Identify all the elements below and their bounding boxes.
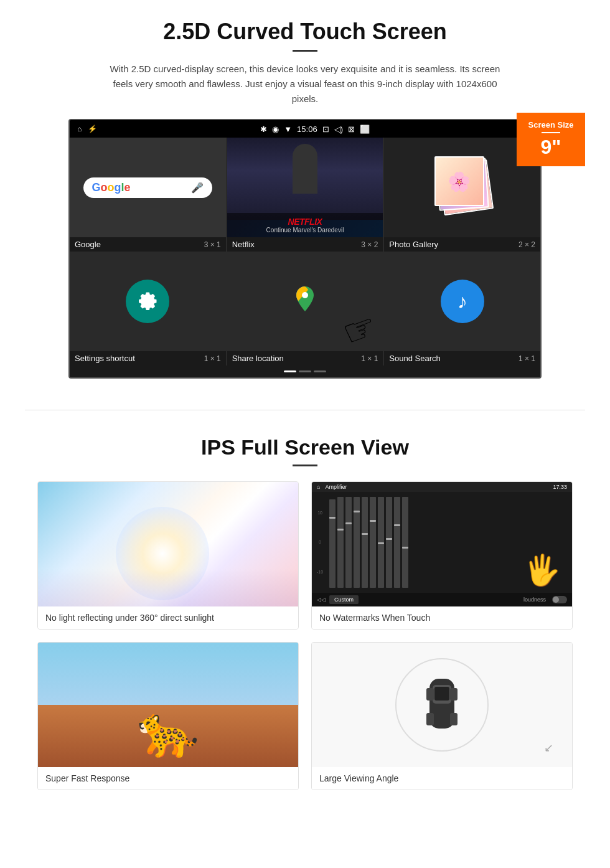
section1-title: 2.5D Curved Touch Screen — [37, 19, 573, 45]
car-view — [417, 672, 467, 737]
badge-title: Screen Size — [523, 120, 579, 130]
google-maps-svg — [289, 283, 321, 314]
gear-icon — [135, 289, 160, 314]
eq-handle-5 — [362, 533, 368, 535]
close-icon: ⊠ — [348, 125, 355, 134]
loudness-toggle[interactable] — [552, 596, 567, 603]
google-search-bar[interactable]: Google 🎤 — [83, 177, 213, 198]
share-location-label-row: Share location 1 × 1 — [227, 351, 383, 366]
gallery-app-name: Photo Gallery — [389, 240, 438, 249]
settings-label-row: Settings shortcut 1 × 1 — [70, 351, 226, 366]
dot-1 — [284, 370, 296, 372]
amp-back-btn: ◁◁ — [317, 597, 326, 603]
feature-caption-amplifier: No Watermarks When Touch — [312, 606, 572, 629]
android-screen: ⌂ ⚡ ✱ ◉ ▼ 15:06 ⊡ ◁) ⊠ ⬜ — [68, 119, 542, 379]
sound-icon-circle: ♪ — [441, 280, 484, 323]
camera-icon: ⊡ — [322, 125, 329, 134]
eq-handle-1 — [329, 517, 336, 519]
feature-image-cheetah: 🐆 — [38, 643, 298, 767]
feature-card-car: ↙ Large Viewing Angle — [311, 642, 573, 790]
svg-rect-5 — [426, 713, 434, 725]
dot-3 — [314, 370, 326, 372]
app-cell-settings[interactable]: Settings shortcut 1 × 1 — [70, 252, 226, 366]
eq-handle-8 — [386, 538, 392, 540]
section-divider — [25, 410, 585, 410]
sound-search-app-name: Sound Search — [389, 354, 440, 363]
eq-bar-10 — [402, 497, 408, 588]
section1-description: With 2.5D curved-display screen, this de… — [103, 62, 507, 106]
google-label-row: Google 3 × 1 — [70, 237, 226, 252]
eq-handle-3 — [345, 522, 352, 524]
toggle-knob — [553, 597, 559, 603]
netflix-content: ▶ — [227, 138, 383, 220]
netflix-logo: NETFLIX — [232, 217, 378, 227]
section2-underline — [293, 465, 317, 466]
eq-bars — [329, 497, 408, 588]
svg-rect-3 — [426, 688, 434, 701]
home-icon[interactable]: ⌂ — [77, 125, 82, 133]
share-location-app-size: 1 × 1 — [361, 354, 378, 363]
sound-search-inner: ♪ — [384, 252, 540, 351]
eq-handle-10 — [402, 547, 408, 549]
device-wrapper: Screen Size 9" ⌂ ⚡ ✱ ◉ ▼ 15:06 ⊡ ◁) ⊠ — [68, 119, 542, 379]
settings-icon-circle — [126, 280, 169, 323]
hand-pointing-icon: ☞ — [337, 303, 383, 351]
amp-hand-icon: 🖐 — [523, 553, 561, 588]
app-cell-sound-search[interactable]: ♪ Sound Search 1 × 1 — [384, 252, 540, 366]
eq-handle-2 — [337, 529, 344, 531]
app-grid-row2: Settings shortcut 1 × 1 — [70, 252, 540, 366]
loudness-label: loudness — [523, 597, 546, 603]
music-note-icon: ♪ — [458, 290, 467, 313]
photo-stack: 🌸 — [431, 156, 494, 219]
netflix-inner: ▶ NETFLIX Continue Marvel's Daredevil — [227, 138, 383, 237]
app-cell-netflix[interactable]: ▶ NETFLIX Continue Marvel's Daredevil Ne… — [227, 138, 383, 252]
eq-bar-7 — [378, 497, 384, 588]
angle-arrows: ↙ — [544, 741, 553, 755]
eq-bar-8 — [386, 497, 392, 588]
eq-scale: 10 0 -10 — [317, 497, 323, 588]
eq-bar-2 — [337, 497, 344, 588]
app-cell-google[interactable]: Google 🎤 Google 3 × 1 — [70, 138, 226, 252]
location-icon: ◉ — [272, 125, 279, 134]
eq-handle-9 — [394, 524, 400, 526]
badge-size: 9" — [523, 136, 579, 159]
eq-handle-6 — [370, 520, 376, 522]
features-grid: No light reflecting under 360° direct su… — [37, 481, 573, 790]
person-silhouette — [293, 144, 317, 194]
netflix-label-row: Netflix 3 × 2 — [227, 237, 383, 252]
amp-title: Amplifier — [325, 484, 347, 490]
mic-icon[interactable]: 🎤 — [191, 182, 204, 194]
app-cell-share-location[interactable]: ☞ Share location 1 × 1 — [227, 252, 383, 366]
usb-icon: ⚡ — [88, 125, 97, 133]
custom-btn[interactable]: Custom — [329, 595, 359, 604]
wifi-icon: ▼ — [284, 125, 292, 134]
time-display: 15:06 — [297, 125, 317, 134]
dot-2 — [299, 370, 311, 372]
status-left: ⌂ ⚡ — [77, 125, 97, 133]
gallery-label-row: Photo Gallery 2 × 2 — [384, 237, 540, 252]
svg-rect-4 — [450, 688, 458, 701]
amp-content: 10 0 -10 — [312, 492, 572, 593]
feature-image-amplifier: ⌂ Amplifier 17:33 10 0 -10 — [312, 482, 572, 606]
netflix-app-name: Netflix — [232, 240, 255, 249]
photo-item-3: 🌸 — [434, 156, 484, 206]
car-top-view-svg — [417, 672, 467, 735]
google-inner: Google 🎤 — [70, 138, 226, 237]
amp-header: ⌂ Amplifier 17:33 — [312, 482, 572, 492]
eq-bar-5 — [362, 497, 368, 588]
flower-emoji: 🌸 — [448, 171, 471, 192]
window-icon: ⬜ — [360, 125, 370, 134]
section2-title: IPS Full Screen View — [37, 435, 573, 460]
section-ips: IPS Full Screen View No light reflecting… — [0, 429, 610, 809]
car-circle — [395, 658, 489, 752]
amp-home-icon: ⌂ — [317, 484, 320, 490]
eq-bar-9 — [394, 497, 400, 588]
share-location-app-name: Share location — [232, 354, 284, 363]
feature-card-amplifier: ⌂ Amplifier 17:33 10 0 -10 — [311, 481, 573, 630]
badge-line — [542, 132, 560, 133]
netflix-subtitle: Continue Marvel's Daredevil — [232, 227, 378, 234]
gallery-app-size: 2 × 2 — [518, 240, 535, 249]
settings-inner — [70, 252, 226, 351]
angle-icon: ↙ — [544, 742, 553, 754]
svg-point-0 — [302, 292, 308, 298]
